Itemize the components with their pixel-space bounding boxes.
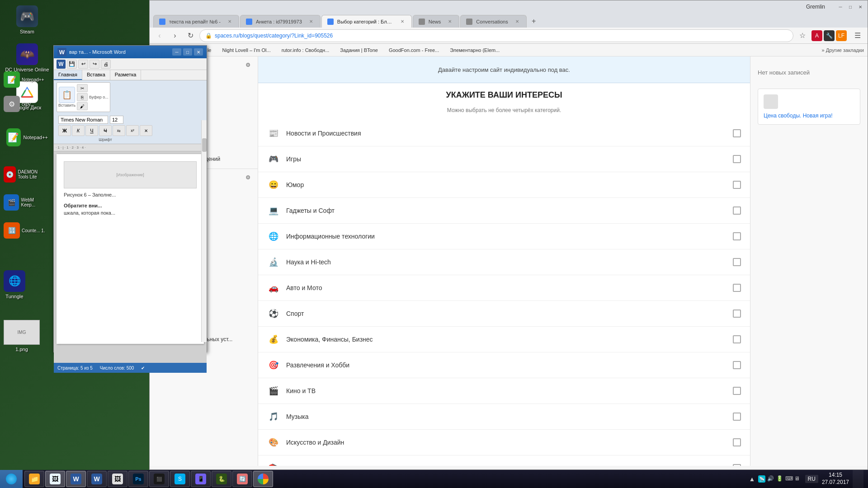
ribbon-formatpaint-btn[interactable]: 🖌 (77, 102, 88, 110)
tab-anketa[interactable]: Анкета : id79919973 ✕ (240, 15, 321, 28)
taskbar-viber[interactable]: 📱 (191, 471, 211, 487)
taskbar-word1[interactable]: W (66, 471, 86, 487)
word-page[interactable]: [Изображение] Рисунок 6 – Заполне... Обр… (57, 154, 204, 344)
word-print-btn[interactable]: 🖨 (101, 60, 111, 69)
cat-sport-checkbox[interactable] (733, 310, 741, 318)
tab-anketa-close[interactable]: ✕ (307, 18, 315, 25)
browser-menu-btn[interactable]: ☰ (851, 29, 864, 42)
word-scroll-thumb[interactable] (202, 138, 207, 152)
tray-network[interactable]: 📡 (758, 475, 765, 483)
tab-vibor-close[interactable]: ✕ (399, 18, 406, 25)
cat-news[interactable]: 📰 Новости и Происшествия (258, 121, 750, 146)
ext2-icon[interactable]: 🔧 (824, 30, 835, 41)
cat-sport[interactable]: ⚽ Спорт (258, 301, 750, 327)
taskbar-chrome[interactable] (253, 471, 273, 487)
cat-economy-checkbox[interactable] (733, 335, 741, 343)
word-undo-btn[interactable]: ↩ (78, 60, 88, 69)
ribbon-copy-btn[interactable]: ⎘ (77, 93, 88, 101)
desktop-icon-steam[interactable]: 🎮 Steam (0, 4, 54, 36)
taskbar-ps[interactable]: Ps (128, 471, 148, 487)
right-ad-text[interactable]: Цена свободы. Новая игра! (764, 113, 854, 119)
cat-cinema[interactable]: 🎬 Кино и ТВ (258, 378, 750, 404)
tab-conv-close[interactable]: ✕ (514, 18, 521, 25)
bookmark-more[interactable]: » Другие закладки (822, 47, 864, 53)
ribbon-bold-btn[interactable]: Ж (58, 125, 71, 136)
cat-entertainment[interactable]: 🎯 Развлечения и Хобби (258, 352, 750, 378)
cat-literature-checkbox[interactable] (733, 464, 741, 466)
desktop-icon-webm[interactable]: 🎬 WebM Keep... (2, 192, 50, 212)
desktop-icon-notepad-row[interactable]: 📝 Notepad++ (2, 70, 50, 89)
desktop-icon-1png[interactable]: IMG 1.png (2, 318, 42, 354)
ribbon-subscript-btn[interactable]: х₂ (113, 125, 125, 136)
cat-it-checkbox[interactable] (733, 232, 741, 240)
cat-auto-checkbox[interactable] (733, 284, 741, 292)
tab-news[interactable]: News ✕ (413, 15, 460, 28)
cat-games[interactable]: 🎮 Игры (258, 146, 750, 172)
cat-news-checkbox[interactable] (733, 129, 741, 137)
cat-music-checkbox[interactable] (733, 413, 741, 421)
ribbon-font-size-input[interactable] (110, 116, 123, 124)
word-maximize-btn[interactable]: □ (183, 48, 192, 56)
cat-entertainment-checkbox[interactable] (733, 361, 741, 369)
cat-music[interactable]: 🎵 Музыка (258, 404, 750, 430)
desktop-icon-notepadpp[interactable]: 📝 Notepad++ (5, 127, 50, 148)
back-btn[interactable]: ‹ (153, 29, 166, 42)
cat-literature[interactable]: 📚 Литература и Творчество (258, 455, 750, 466)
taskbar-imgviewer2[interactable]: 🖼 (108, 471, 127, 487)
tab-conv[interactable]: Conversations ✕ (460, 15, 526, 28)
tray-up-arrow[interactable]: ▲ (749, 475, 756, 483)
cat-games-checkbox[interactable] (733, 155, 741, 163)
bs-my-sections-gear[interactable]: ⚙ (245, 62, 250, 68)
cat-science[interactable]: 🔬 Наука и Hi-tech (258, 249, 750, 275)
bookmark-rutor[interactable]: rutor.info : Свободн... (279, 47, 332, 54)
cat-auto[interactable]: 🚗 Авто и Мото (258, 275, 750, 301)
desktop-icon-counter[interactable]: 🔢 Counte... 1. (2, 221, 50, 240)
taskbar-language[interactable]: RU (805, 475, 818, 483)
word-tab-home[interactable]: Главная (54, 70, 82, 80)
tab-tekst-close[interactable]: ✕ (226, 18, 233, 25)
ribbon-underline-btn[interactable]: Ч (85, 125, 98, 136)
desktop-icon-daemon[interactable]: 💿 DAEMON Tools Lite (2, 164, 50, 184)
desktop-icon-tunngle[interactable]: 🌐 Tunngle (2, 268, 27, 301)
tab-tekst[interactable]: текста на репайт №6 - ✕ (153, 15, 239, 28)
word-minimize-btn[interactable]: ─ (172, 48, 181, 56)
cat-gadgets-checkbox[interactable] (733, 206, 741, 215)
word-redo-btn[interactable]: ↪ (90, 60, 99, 69)
cat-gadgets[interactable]: 💻 Гаджеты и Софт (258, 198, 750, 224)
cat-it[interactable]: 🌐 Информационные технологии (258, 224, 750, 249)
bookmark-night[interactable]: Night Lovell – I'm Ol... (219, 47, 273, 54)
bookmark-btn[interactable]: ☆ (796, 29, 809, 42)
word-close-btn[interactable]: ✕ (194, 48, 203, 56)
forward-btn[interactable]: › (169, 29, 181, 42)
ribbon-paste-btn[interactable]: 📋 (59, 87, 75, 103)
ribbon-superscript-btn[interactable]: х² (126, 125, 139, 136)
bookmark-goodfon[interactable]: GoodFon.com - Free... (386, 47, 442, 54)
tray-monitor[interactable]: 🖥 (794, 475, 802, 483)
start-button[interactable] (0, 470, 23, 488)
bs-site-sections-gear[interactable]: ⚙ (245, 174, 250, 181)
new-tab-btn[interactable]: + (528, 15, 540, 28)
lf-icon[interactable]: LF (836, 30, 847, 41)
taskbar-terminal[interactable]: ⬛ (149, 471, 169, 487)
taskbar-skype[interactable]: S (170, 471, 190, 487)
word-tab-insert[interactable]: Вставка (82, 70, 110, 80)
word-doc-area[interactable]: [Изображение] Рисунок 6 – Заполне... Обр… (54, 151, 207, 363)
browser-minimize-btn[interactable]: ─ (837, 3, 844, 10)
taskbar-update[interactable]: 🔄 (232, 471, 252, 487)
word-save-btn[interactable]: 💾 (67, 60, 77, 69)
cat-art[interactable]: 🎨 Искусство и Дизайн (258, 430, 750, 455)
word-scrollbar[interactable] (201, 120, 207, 342)
cat-economy[interactable]: 💰 Экономика, Финансы, Бизнес (258, 327, 750, 352)
tab-news-close[interactable]: ✕ (446, 18, 453, 25)
cat-humor[interactable]: 😄 Юмор (258, 172, 750, 198)
ribbon-clear-btn[interactable]: ✕ (140, 125, 152, 136)
url-bar[interactable]: 🔒 spaces.ru/blogs/quest/category/?Link_i… (199, 29, 793, 42)
cat-humor-checkbox[interactable] (733, 181, 741, 189)
ribbon-cut-btn[interactable]: ✂ (77, 84, 88, 92)
word-tab-layout[interactable]: Разметка (110, 70, 142, 80)
taskbar-word2[interactable]: W (87, 471, 107, 487)
cat-art-checkbox[interactable] (733, 438, 741, 446)
cat-science-checkbox[interactable] (733, 258, 741, 266)
show-desktop-btn[interactable] (853, 470, 863, 488)
tab-vibor[interactable]: Выбор категорий : Бло... ✕ (321, 15, 412, 28)
